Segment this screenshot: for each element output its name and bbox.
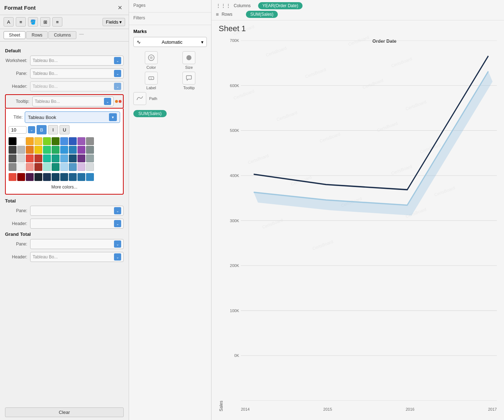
color-dark-red[interactable]	[17, 173, 25, 181]
color-swatch[interactable]	[17, 146, 25, 154]
tooltip-highlighted-container: Tooltip: Tableau Bo... ⌄	[5, 94, 124, 109]
pane-default-select[interactable]: Tableau Bo... ⌄	[30, 68, 124, 78]
grand-total-header-select[interactable]: Tableau Bo... ⌄	[30, 252, 124, 262]
color-swatch[interactable]	[69, 154, 77, 162]
align-icon-button[interactable]: ≡	[16, 17, 26, 27]
more-colors-button[interactable]: More colors...	[9, 183, 120, 191]
color-swatch[interactable]	[77, 163, 85, 171]
worksheet-row: Worksheet: Tableau Bo... ⌄	[5, 56, 124, 66]
tab-sheet[interactable]: Sheet	[4, 31, 25, 39]
grand-total-pane-arrow-icon[interactable]: ⌄	[114, 240, 121, 248]
sum-sales-shelf-pill[interactable]: SUM(Sales)	[246, 11, 278, 18]
tab-columns[interactable]: Columns	[48, 31, 76, 39]
color-grid	[9, 137, 120, 171]
font-name-arrow-icon[interactable]: ▾	[109, 113, 117, 121]
color-swatch[interactable]	[34, 137, 42, 145]
color-swatch[interactable]	[86, 137, 94, 145]
color-swatch[interactable]	[77, 137, 85, 145]
marks-tooltip-item[interactable]: Tooltip	[171, 72, 207, 90]
total-header-arrow-icon[interactable]: ⌄	[114, 220, 121, 227]
color-swatch[interactable]	[52, 163, 60, 171]
worksheet-arrow-icon[interactable]: ⌄	[114, 57, 121, 64]
color-swatch[interactable]	[9, 137, 16, 145]
color-swatch[interactable]	[52, 137, 60, 145]
color-swatch[interactable]	[69, 163, 77, 171]
pane-default-arrow-icon[interactable]: ⌄	[114, 70, 121, 77]
marks-size-item[interactable]: Size	[171, 51, 207, 70]
color-navy[interactable]	[52, 173, 60, 181]
color-swatch[interactable]	[17, 163, 25, 171]
color-swatch[interactable]	[86, 163, 94, 171]
color-swatch[interactable]	[86, 154, 94, 162]
total-header-select[interactable]: ⌄	[30, 219, 124, 229]
color-swatch[interactable]	[69, 137, 77, 145]
total-pane-arrow-icon[interactable]: ⌄	[114, 207, 121, 214]
fields-dropdown[interactable]: Fields ▾	[103, 18, 125, 26]
border-icon-button[interactable]: ⊞	[40, 17, 50, 27]
italic-button[interactable]: I	[48, 125, 58, 134]
shade-icon-button[interactable]: 🪣	[28, 17, 38, 27]
color-swatch[interactable]	[43, 146, 51, 154]
color-swatch[interactable]	[52, 154, 60, 162]
total-pane-select[interactable]: ⌄	[30, 206, 124, 216]
tab-rows[interactable]: Rows	[26, 31, 48, 39]
bold-button[interactable]: B	[37, 125, 47, 134]
color-swatch[interactable]	[34, 163, 42, 171]
color-swatch[interactable]	[9, 146, 16, 154]
font-size-arrow-icon[interactable]: ⌄	[28, 126, 35, 133]
underline-button[interactable]: U	[60, 125, 70, 134]
color-swatch[interactable]	[77, 154, 85, 162]
color-swatch[interactable]	[34, 146, 42, 154]
title-row: Title: Tableau Book ▾	[9, 111, 120, 125]
y-axis-label: Sales	[219, 40, 224, 411]
marks-chevron-icon: ▾	[201, 39, 204, 45]
lines-icon-button[interactable]: ≡	[52, 17, 62, 27]
color-swatch[interactable]	[69, 146, 77, 154]
color-swatch[interactable]	[26, 146, 34, 154]
color-swatch[interactable]	[26, 154, 34, 162]
marks-type-dropdown[interactable]: ∿ Automatic ▾	[133, 37, 207, 47]
sum-sales-pill[interactable]: SUM(Sales)	[133, 110, 167, 117]
color-swatch[interactable]	[17, 137, 25, 145]
color-red[interactable]	[9, 173, 16, 181]
color-swatch[interactable]	[52, 146, 60, 154]
color-blue3[interactable]	[77, 173, 85, 181]
clear-button[interactable]: Clear	[5, 407, 124, 417]
color-very-dark[interactable]	[34, 173, 42, 181]
color-dark-purple[interactable]	[26, 173, 34, 181]
header-default-arrow-icon[interactable]: ⌄	[114, 83, 121, 90]
year-order-date-pill[interactable]: YEAR(Order Date)	[258, 2, 303, 9]
header-default-select[interactable]: Tableau Bo... ⌄	[30, 81, 124, 91]
color-blue4[interactable]	[86, 173, 94, 181]
color-swatch[interactable]	[43, 137, 51, 145]
grand-total-pane-select[interactable]: ⌄	[30, 239, 124, 249]
color-swatch[interactable]	[9, 163, 16, 171]
color-swatch[interactable]	[86, 146, 94, 154]
tooltip-select[interactable]: Tableau Bo... ⌄	[32, 96, 114, 106]
color-swatch[interactable]	[43, 163, 51, 171]
color-swatch[interactable]	[60, 163, 68, 171]
marks-path-item[interactable]: Path	[133, 92, 207, 105]
tooltip-arrow-icon[interactable]: ⌄	[104, 98, 111, 105]
color-swatch[interactable]	[17, 154, 25, 162]
color-swatch[interactable]	[26, 163, 34, 171]
marks-color-item[interactable]: Color	[133, 51, 169, 70]
color-swatch[interactable]	[34, 154, 42, 162]
color-swatch[interactable]	[26, 137, 34, 145]
color-dark-navy[interactable]	[43, 173, 51, 181]
marks-color-icon	[145, 51, 158, 64]
color-swatch[interactable]	[77, 146, 85, 154]
font-icon-button[interactable]: A	[4, 17, 14, 27]
font-name-dropdown[interactable]: Tableau Book ▾	[25, 111, 120, 123]
close-button[interactable]: ✕	[115, 4, 124, 12]
marks-label-item[interactable]: T Label	[133, 72, 169, 90]
color-swatch[interactable]	[43, 154, 51, 162]
color-swatch[interactable]	[60, 154, 68, 162]
color-blue1[interactable]	[60, 173, 68, 181]
color-swatch[interactable]	[60, 146, 68, 154]
color-swatch[interactable]	[60, 137, 68, 145]
worksheet-select[interactable]: Tableau Bo... ⌄	[30, 56, 124, 66]
color-blue2[interactable]	[69, 173, 77, 181]
color-swatch[interactable]	[9, 154, 16, 162]
grand-total-header-arrow-icon[interactable]: ⌄	[114, 253, 121, 261]
